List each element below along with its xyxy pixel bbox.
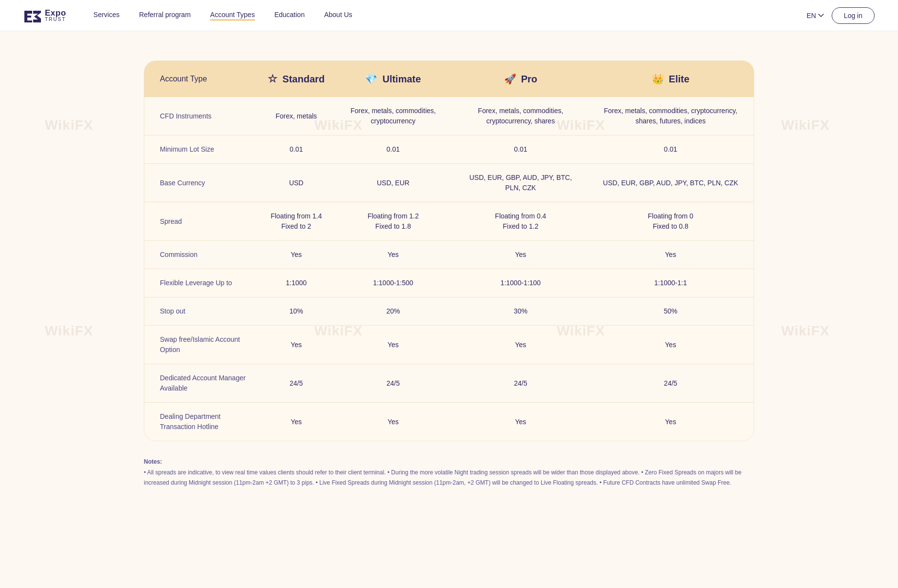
feature-value: 0.01 (260, 136, 332, 164)
feature-value: 0.01 (587, 136, 754, 164)
diamond-icon: 💎 (365, 73, 377, 85)
feature-value: USD, EUR (332, 164, 454, 202)
col-pro: 🚀 Pro (454, 61, 587, 97)
feature-value: 1:1000-1:100 (454, 269, 587, 297)
logo-trust: TRUST (45, 17, 66, 22)
table-row: Minimum Lot Size0.010.010.010.01 (144, 136, 754, 164)
feature-value: Yes (332, 403, 454, 441)
feature-label: Swap free/Islamic Account Option (144, 326, 260, 364)
watermark-1: WikiFX (45, 118, 93, 133)
watermark-5: WikiFX (45, 323, 93, 339)
table-row: CFD InstrumentsForex, metalsForex, metal… (144, 97, 754, 136)
col-standard: ☆ Standard (260, 61, 332, 97)
feature-value: Yes (454, 403, 587, 441)
col-ultimate: 💎 Ultimate (332, 61, 454, 97)
logo[interactable]: Expo TRUST (23, 9, 66, 22)
feature-value: Yes (587, 241, 754, 269)
feature-value: 0.01 (332, 136, 454, 164)
feature-value: Yes (260, 403, 332, 441)
feature-value: Forex, metals, commodities, cryptocurren… (332, 97, 454, 136)
feature-label: Flexible Leverage Up to (144, 269, 260, 297)
feature-value: 24/5 (260, 364, 332, 403)
feature-label: Commission (144, 241, 260, 269)
table-row: Dedicated Account Manager Available24/52… (144, 364, 754, 403)
feature-value: 50% (587, 297, 754, 326)
rocket-icon: 🚀 (504, 73, 516, 85)
comparison-table: Account Type ☆ Standard 💎 Ultimate (144, 61, 754, 441)
feature-value: Forex, metals, commodities, cryptocurren… (454, 97, 587, 136)
nav-links: Services Referral program Account Types … (94, 11, 807, 20)
star-icon: ☆ (268, 73, 277, 85)
comparison-table-wrapper: Account Type ☆ Standard 💎 Ultimate (144, 60, 754, 441)
feature-value: Floating from 1.2Fixed to 1.8 (332, 202, 454, 241)
feature-label: Base Currency (144, 164, 260, 202)
feature-value: 10% (260, 297, 332, 326)
feature-label: Minimum Lot Size (144, 136, 260, 164)
feature-label: Stop out (144, 297, 260, 326)
notes-section: Notes: • All spreads are indicative, to … (144, 457, 754, 488)
nav-services[interactable]: Services (94, 11, 120, 20)
watermark-4: WikiFX (781, 118, 830, 133)
feature-value: Floating from 0Fixed to 0.8 (587, 202, 754, 241)
feature-value: 20% (332, 297, 454, 326)
feature-value: Yes (260, 326, 332, 364)
feature-label: Spread (144, 202, 260, 241)
feature-value: Yes (332, 326, 454, 364)
nav-education[interactable]: Education (274, 11, 305, 20)
logo-expo: Expo (45, 9, 66, 17)
table-header-row: Account Type ☆ Standard 💎 Ultimate (144, 61, 754, 97)
navbar: Expo TRUST Services Referral program Acc… (0, 0, 898, 31)
feature-value: 0.01 (454, 136, 587, 164)
feature-value: 24/5 (587, 364, 754, 403)
feature-value: 30% (454, 297, 587, 326)
feature-value: 1:1000-1:500 (332, 269, 454, 297)
feature-value: Floating from 1.4Fixed to 2 (260, 202, 332, 241)
feature-value: Yes (454, 241, 587, 269)
nav-account-types[interactable]: Account Types (210, 11, 255, 20)
table-row: SpreadFloating from 1.4Fixed to 2Floatin… (144, 202, 754, 241)
feature-value: Floating from 0.4Fixed to 1.2 (454, 202, 587, 241)
feature-value: USD (260, 164, 332, 202)
feature-label: CFD Instruments (144, 97, 260, 136)
col-elite: 👑 Elite (587, 61, 754, 97)
table-row: Flexible Leverage Up to1:10001:1000-1:50… (144, 269, 754, 297)
feature-value: Yes (587, 403, 754, 441)
feature-label: Dedicated Account Manager Available (144, 364, 260, 403)
feature-value: 24/5 (332, 364, 454, 403)
feature-value: Yes (260, 241, 332, 269)
table-row: Dealing Department Transaction HotlineYe… (144, 403, 754, 441)
feature-value: Yes (587, 326, 754, 364)
col-account-type: Account Type (144, 61, 260, 97)
nav-referral[interactable]: Referral program (139, 11, 191, 20)
nav-right: EN Log in (806, 7, 875, 24)
feature-value: USD, EUR, GBP, AUD, JPY, BTC, PLN, CZK (454, 164, 587, 202)
notes-content: • All spreads are indicative, to view re… (144, 468, 754, 488)
feature-value: 24/5 (454, 364, 587, 403)
feature-value: Forex, metals (260, 97, 332, 136)
notes-title: Notes: (144, 457, 754, 467)
watermark-8: WikiFX (781, 323, 830, 339)
table-row: Base CurrencyUSDUSD, EURUSD, EUR, GBP, A… (144, 164, 754, 202)
table-row: Swap free/Islamic Account OptionYesYesYe… (144, 326, 754, 364)
feature-value: Yes (332, 241, 454, 269)
main-content: Account Type ☆ Standard 💎 Ultimate (132, 31, 766, 527)
feature-value: Forex, metals, commodities, cryptocurren… (587, 97, 754, 136)
table-row: Stop out10%20%30%50% (144, 297, 754, 326)
feature-value: USD, EUR, GBP, AUD, JPY, BTC, PLN, CZK (587, 164, 754, 202)
table-row: CommissionYesYesYesYes (144, 241, 754, 269)
login-button[interactable]: Log in (832, 7, 875, 24)
feature-value: Yes (454, 326, 587, 364)
crown-icon: 👑 (652, 73, 664, 85)
feature-label: Dealing Department Transaction Hotline (144, 403, 260, 441)
feature-value: 1:1000 (260, 269, 332, 297)
nav-about[interactable]: About Us (324, 11, 352, 20)
language-button[interactable]: EN (806, 12, 823, 20)
feature-value: 1:1000-1:1 (587, 269, 754, 297)
